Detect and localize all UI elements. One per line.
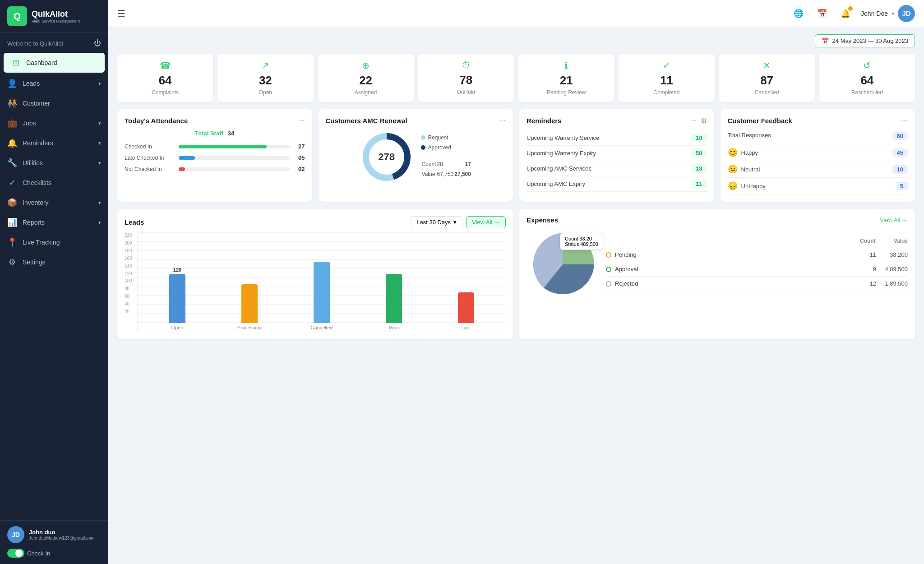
feedback-item-left: 😊 Happy [728, 148, 758, 157]
feedback-card: Customer Feedback ··· Total Responses 60… [721, 109, 915, 202]
bar-cancelled[interactable] [314, 262, 330, 323]
bar-label-open: Open [145, 325, 210, 330]
sidebar-item-settings[interactable]: ⚙ Settings [0, 252, 108, 272]
app-tagline: Field Service Management [32, 19, 80, 23]
stat-number-rescheduled: 64 [824, 74, 910, 88]
nav-icon-dashboard: ⊞ [11, 58, 21, 68]
leads-chart-area: 20406080100120140160180200220 120 [125, 233, 506, 332]
bar-group-cancelled[interactable] [289, 233, 354, 323]
stat-card-onhold[interactable]: ⏱ 78 OnHold [418, 54, 514, 102]
sidebar-item-customer[interactable]: 🧑‍🤝‍🧑 Customer [0, 93, 108, 113]
bar-group-processing[interactable] [217, 233, 282, 323]
attendance-menu[interactable]: ··· [299, 116, 305, 125]
leads-filter-btn[interactable]: Last 30 Days ▾ [411, 216, 462, 228]
expenses-view-all[interactable]: View All → [880, 217, 908, 223]
sidebar-item-reports[interactable]: 📊 Reports ▾ [0, 213, 108, 232]
sidebar-item-leads[interactable]: 👤 Leads ▾ [0, 74, 108, 93]
stat-card-complaints[interactable]: ☎ 64 Complaints [117, 54, 213, 102]
sidebar-welcome: Welcome to QuikAllot ⏻ [0, 33, 108, 52]
att-row-not-checked-in: Not Checked In 02 [125, 166, 305, 172]
sidebar-item-checklists[interactable]: ✓ Checklists [0, 173, 108, 193]
bar-group-open[interactable]: 120 [145, 233, 210, 323]
leads-filter-label: Last 30 Days [416, 219, 451, 226]
bar-lost[interactable] [458, 292, 474, 323]
menu-icon[interactable]: ☰ [117, 8, 125, 19]
nav-container: ⊞ Dashboard 👤 Leads ▾ 🧑‍🤝‍🧑 Customer 💼 J… [0, 52, 108, 272]
leads-view-all-btn[interactable]: View All → [466, 216, 506, 228]
bars-container: 120 OpenProcessingCancelledWonLost [137, 233, 506, 332]
sidebar-item-reminders[interactable]: 🔔 Reminders ▾ [0, 133, 108, 153]
sidebar-user-name: John duo [29, 529, 101, 536]
check-in-label: Check In [27, 550, 50, 557]
feedback-label: UnHappy [741, 183, 766, 190]
bar-wrapper [458, 233, 474, 323]
reminders-menu[interactable]: ··· [691, 116, 697, 125]
translate-icon[interactable]: 🌐 [790, 5, 807, 22]
calendar-icon[interactable]: 📅 [814, 5, 830, 22]
sidebar-item-dashboard[interactable]: ⊞ Dashboard [4, 53, 105, 73]
topbar-user[interactable]: John Doe ▾ JD [861, 5, 915, 22]
stat-card-assigned[interactable]: ⊕ 22 Assigned [318, 54, 414, 102]
amc-menu[interactable]: ··· [500, 116, 506, 125]
sidebar-item-live-tracking[interactable]: 📍 Live Tracking [0, 232, 108, 252]
bar-open[interactable] [169, 274, 185, 323]
sidebar-item-jobs[interactable]: 💼 Jobs ▾ [0, 113, 108, 133]
main-area: ☰ 🌐 📅 🔔 John Doe ▾ JD 📅 24 May 2023 — 30… [108, 0, 924, 564]
topbar-avatar[interactable]: JD [898, 5, 915, 22]
nav-label-leads: Leads [23, 80, 40, 87]
user-profile-area: JD John duo JohnduoMathew123@gmail.com [0, 520, 108, 549]
stat-card-rescheduled[interactable]: ↺ 64 Rescheduled [819, 54, 915, 102]
legend-approved-label: Approved [428, 144, 451, 151]
tooltip-status: Status 489,500 [565, 241, 598, 247]
y-axis-label: 220 [125, 233, 137, 238]
reminder-badge: 11 [691, 180, 707, 188]
stat-card-pending-review[interactable]: ℹ 21 Pending Review [518, 54, 614, 102]
leads-chart-controls: Last 30 Days ▾ View All → [411, 216, 506, 228]
reminder-item[interactable]: Upcoming AMC Expiry 11 [527, 176, 707, 192]
leads-chart-header: Leads Last 30 Days ▾ View All → [125, 216, 506, 228]
y-axis-label: 180 [125, 248, 137, 253]
att-label: Late Checked In [125, 155, 174, 161]
sidebar-item-inventory[interactable]: 📦 Inventory ▾ [0, 193, 108, 213]
stat-number-assigned: 22 [323, 74, 409, 88]
y-axis-label: 160 [125, 256, 137, 261]
reminder-item[interactable]: Upcoming Warrenty Service 10 [527, 130, 707, 146]
reminder-item[interactable]: Upcoming AMC Services 18 [527, 161, 707, 176]
att-label: Not Checked In [125, 166, 174, 172]
bar-group-lost[interactable] [434, 233, 499, 323]
reminders-gear-icon[interactable]: ⚙ [701, 116, 707, 125]
y-axis-label: 20 [125, 309, 137, 314]
feedback-item-left: 😐 Neutral [728, 164, 760, 174]
bar-label-lost: Lost [434, 325, 499, 330]
check-in-toggle[interactable] [7, 549, 24, 558]
nav-arrow-inventory: ▾ [98, 200, 101, 206]
date-range-badge[interactable]: 📅 24 May 2023 — 30 Aug 2023 [815, 34, 915, 47]
bar-processing[interactable] [241, 284, 258, 323]
feedback-emoji-happy: 😊 [728, 148, 738, 157]
feedback-item-neutral: 😐 Neutral 10 [728, 161, 908, 178]
date-bar: 📅 24 May 2023 — 30 Aug 2023 [117, 34, 915, 47]
nav-arrow-jobs: ▾ [98, 120, 101, 126]
check-in-toggle-area[interactable]: Check In [0, 549, 108, 564]
reminders-header: Reminders ··· ⚙ [527, 116, 707, 125]
sidebar-item-utilities[interactable]: 🔧 Utilities ▾ [0, 153, 108, 173]
reminders-list: Upcoming Warrenty Service 10 Upcoming Wa… [527, 130, 707, 192]
bar-group-won[interactable] [361, 233, 426, 323]
stat-card-open[interactable]: ↗ 32 Open [217, 54, 313, 102]
bar-won[interactable] [386, 274, 402, 323]
feedback-total-row: Total Responses 60 [728, 130, 908, 144]
stat-card-completed[interactable]: ✓ 11 Completed [619, 54, 714, 102]
bar-wrapper [314, 233, 330, 323]
exp-value-rejected: 1,89,500 [876, 280, 908, 287]
nav-label-checklists: Checklists [23, 179, 51, 186]
reminder-item[interactable]: Upcoming Warrenty Expiry 50 [527, 146, 707, 161]
nav-icon-live-tracking: 📍 [7, 237, 17, 247]
stats-row: ☎ 64 Complaints ↗ 32 Open ⊕ 22 Assigned … [117, 54, 915, 102]
feedback-menu[interactable]: ··· [902, 116, 908, 125]
notification-badge [848, 6, 853, 11]
power-icon[interactable]: ⏻ [94, 39, 101, 47]
notification-icon[interactable]: 🔔 [837, 5, 854, 22]
nav-arrow-leads: ▾ [98, 81, 101, 87]
expenses-col-count: Count [860, 238, 876, 244]
stat-card-cancelled[interactable]: ✕ 87 Cancelled [719, 54, 815, 102]
